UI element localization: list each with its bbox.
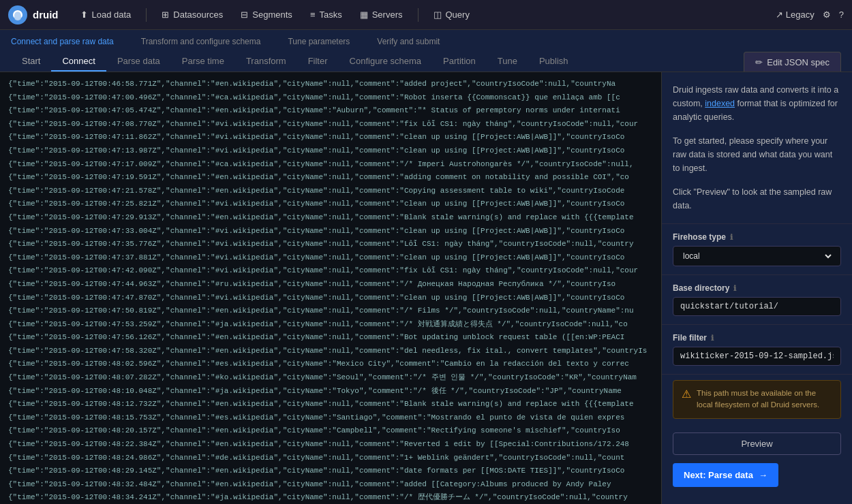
warning-icon: ⚠	[682, 388, 691, 400]
file-filter-section: File filter ℹ	[662, 325, 852, 375]
wizard-phase-2: Transform and configure schema	[141, 37, 261, 46]
base-directory-input[interactable]	[673, 297, 841, 316]
nav-settings[interactable]: ⚙	[823, 10, 831, 20]
nav-legacy[interactable]: ↗ Legacy	[776, 10, 815, 20]
nav-servers[interactable]: ▦ Servers	[352, 5, 411, 24]
data-line: {"time":"2015-09-12T00:47:42.090Z","chan…	[5, 264, 656, 278]
tab-parse-data[interactable]: Parse data	[106, 52, 171, 72]
nav-divider-2	[418, 8, 419, 22]
wizard-phase-1: Connect and parse raw data	[11, 37, 114, 46]
file-filter-input[interactable]	[673, 347, 841, 366]
data-line: {"time":"2015-09-12T00:48:07.282Z","chan…	[5, 371, 656, 385]
help-icon: ?	[839, 10, 844, 20]
file-filter-info-icon[interactable]: ℹ	[711, 334, 714, 343]
app-name: druid	[33, 9, 59, 20]
segments-icon: ⊟	[241, 10, 248, 20]
preview-button[interactable]: Preview	[673, 432, 841, 455]
data-panel[interactable]: {"time":"2015-09-12T00:46:58.771Z","chan…	[0, 72, 661, 504]
firehose-info-icon[interactable]: ℹ	[730, 233, 733, 242]
data-line: {"time":"2015-09-12T00:48:20.157Z","chan…	[5, 424, 656, 438]
data-line: {"time":"2015-09-12T00:48:10.048Z","chan…	[5, 385, 656, 398]
top-nav: druid ⬆ Load data ⊞ Datasources ⊟ Segmen…	[0, 0, 852, 30]
data-line: {"time":"2015-09-12T00:47:37.881Z","chan…	[5, 251, 656, 265]
nav-datasources[interactable]: ⊞ Datasources	[153, 5, 231, 24]
data-line: {"time":"2015-09-12T00:47:33.004Z","chan…	[5, 225, 656, 238]
data-line: {"time":"2015-09-12T00:47:25.821Z","chan…	[5, 198, 656, 211]
tab-tune[interactable]: Tune	[487, 52, 528, 72]
base-dir-info-icon[interactable]: ℹ	[733, 284, 736, 293]
datasources-icon: ⊞	[162, 10, 169, 20]
data-line: {"time":"2015-09-12T00:48:12.732Z","chan…	[5, 398, 656, 411]
data-line: {"time":"2015-09-12T00:46:58.771Z","chan…	[5, 78, 656, 91]
tasks-icon: ≡	[310, 10, 316, 20]
data-line: {"time":"2015-09-12T00:47:56.126Z","chan…	[5, 331, 656, 345]
nav-segments[interactable]: ⊟ Segments	[232, 5, 301, 24]
nav-query[interactable]: ◫ Query	[425, 5, 478, 24]
data-line: {"time":"2015-09-12T00:48:15.753Z","chan…	[5, 411, 656, 425]
nav-right: ↗ Legacy ⚙ ?	[776, 10, 844, 20]
nav-load-data[interactable]: ⬆ Load data	[72, 5, 140, 24]
data-line: {"time":"2015-09-12T00:47:35.776Z","chan…	[5, 238, 656, 251]
logo-icon	[8, 5, 27, 25]
nav-help[interactable]: ?	[839, 10, 844, 20]
tab-partition[interactable]: Partition	[432, 52, 487, 72]
query-icon: ◫	[433, 10, 442, 20]
data-line: {"time":"2015-09-12T00:47:00.496Z","chan…	[5, 91, 656, 105]
wizard-phase-3: Tune parameters	[288, 37, 350, 46]
firehose-type-select[interactable]: local http s3	[680, 251, 834, 262]
data-line: {"time":"2015-09-12T00:47:53.259Z","chan…	[5, 318, 656, 332]
external-link-icon: ↗	[776, 10, 783, 20]
data-line: {"time":"2015-09-12T00:48:02.596Z","chan…	[5, 358, 656, 371]
data-line: {"time":"2015-09-12T00:48:29.145Z","chan…	[5, 464, 656, 478]
indexed-link[interactable]: indexed	[705, 99, 735, 108]
wizard-tabs: Start Connect Parse data Parse time Tran…	[11, 52, 841, 72]
data-line: {"time":"2015-09-12T00:48:22.384Z","chan…	[5, 438, 656, 452]
info-section: Druid ingests raw data and converts it i…	[662, 72, 852, 224]
servers-icon: ▦	[360, 10, 368, 20]
data-line: {"time":"2015-09-12T00:47:08.770Z","chan…	[5, 118, 656, 131]
next-button[interactable]: Next: Parse data →	[673, 463, 778, 487]
data-line: {"time":"2015-09-12T00:47:05.474Z","chan…	[5, 104, 656, 118]
tab-start[interactable]: Start	[11, 52, 51, 72]
info-text: Druid ingests raw data and converts it i…	[673, 83, 841, 124]
data-line: {"time":"2015-09-12T00:47:58.320Z","chan…	[5, 345, 656, 358]
data-line: {"time":"2015-09-12T00:47:11.862Z","chan…	[5, 131, 656, 144]
file-filter-label: File filter ℹ	[673, 333, 841, 343]
wizard-header: Connect and parse raw data Transform and…	[0, 30, 852, 72]
nav-tasks[interactable]: ≡ Tasks	[302, 5, 350, 24]
app-logo: druid	[8, 5, 59, 25]
data-line: {"time":"2015-09-12T00:47:19.591Z","chan…	[5, 171, 656, 185]
tab-configure-schema[interactable]: Configure schema	[339, 52, 433, 72]
data-line: {"time":"2015-09-12T00:47:17.009Z","chan…	[5, 158, 656, 172]
firehose-type-select-wrapper[interactable]: local http s3	[673, 246, 841, 266]
firehose-type-section: Firehose type ℹ local http s3	[662, 224, 852, 275]
right-panel: Druid ingests raw data and converts it i…	[661, 72, 852, 504]
warning-text: This path must be available on the local…	[697, 388, 832, 411]
load-data-icon: ⬆	[80, 10, 88, 20]
data-line: {"time":"2015-09-12T00:47:29.913Z","chan…	[5, 211, 656, 225]
edit-json-spec-button[interactable]: ✏ Edit JSON spec	[744, 52, 841, 72]
tab-publish[interactable]: Publish	[528, 52, 579, 72]
info-text-3: Click "Preview" to look at the sampled r…	[673, 185, 841, 212]
nav-divider-1	[146, 8, 147, 22]
data-line: {"time":"2015-09-12T00:47:21.578Z","chan…	[5, 185, 656, 198]
tab-transform[interactable]: Transform	[235, 52, 297, 72]
base-directory-section: Base directory ℹ	[662, 275, 852, 325]
tab-filter[interactable]: Filter	[297, 52, 339, 72]
warning-box: ⚠ This path must be available on the loc…	[673, 380, 841, 419]
edit-icon: ✏	[755, 57, 763, 67]
base-directory-label: Base directory ℹ	[673, 283, 841, 293]
data-line: {"time":"2015-09-12T00:47:47.870Z","chan…	[5, 292, 656, 305]
firehose-type-label: Firehose type ℹ	[673, 232, 841, 242]
nav-items: ⬆ Load data ⊞ Datasources ⊟ Segments ≡ T…	[72, 5, 776, 24]
wizard-phases: Connect and parse raw data Transform and…	[11, 37, 841, 46]
data-line: {"time":"2015-09-12T00:47:50.819Z","chan…	[5, 304, 656, 318]
tab-parse-time[interactable]: Parse time	[171, 52, 235, 72]
wizard-phase-4: Verify and submit	[377, 37, 440, 46]
main-content: {"time":"2015-09-12T00:46:58.771Z","chan…	[0, 72, 852, 504]
gear-icon: ⚙	[823, 10, 831, 20]
data-line: {"time":"2015-09-12T00:47:44.963Z","chan…	[5, 278, 656, 292]
data-line: {"time":"2015-09-12T00:47:13.987Z","chan…	[5, 144, 656, 158]
tab-connect[interactable]: Connect	[51, 52, 106, 72]
data-line: {"time":"2015-09-12T00:48:32.484Z","chan…	[5, 478, 656, 492]
